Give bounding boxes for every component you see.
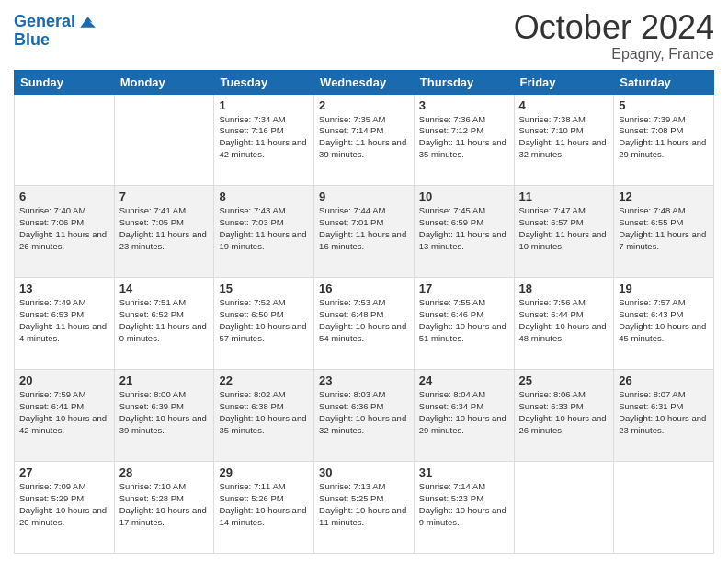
day-number: 18 xyxy=(519,282,609,295)
day-number: 29 xyxy=(219,465,309,479)
day-number: 9 xyxy=(319,190,409,203)
cell-w3-d1: 14Sunrise: 7:51 AMSunset: 6:52 PMDayligh… xyxy=(114,278,214,370)
cell-w5-d1: 28Sunrise: 7:10 AMSunset: 5:28 PMDayligh… xyxy=(114,462,214,554)
day-info: Sunrise: 7:43 AMSunset: 7:03 PMDaylight:… xyxy=(219,205,309,252)
day-info: Sunrise: 8:02 AMSunset: 6:38 PMDaylight:… xyxy=(219,389,309,436)
day-number: 1 xyxy=(219,98,309,112)
day-info: Sunrise: 7:36 AMSunset: 7:12 PMDaylight:… xyxy=(419,114,509,161)
day-info: Sunrise: 7:59 AMSunset: 6:41 PMDaylight:… xyxy=(19,389,109,436)
title-area: October 2024 Epagny, France xyxy=(514,9,714,63)
week-row-2: 6Sunrise: 7:40 AMSunset: 7:06 PMDaylight… xyxy=(15,186,714,278)
day-info: Sunrise: 7:48 AMSunset: 6:55 PMDaylight:… xyxy=(619,205,709,252)
day-number: 6 xyxy=(19,190,109,203)
cell-w2-d6: 12Sunrise: 7:48 AMSunset: 6:55 PMDayligh… xyxy=(614,186,714,278)
cell-w3-d5: 18Sunrise: 7:56 AMSunset: 6:44 PMDayligh… xyxy=(514,278,614,370)
cell-w3-d6: 19Sunrise: 7:57 AMSunset: 6:43 PMDayligh… xyxy=(614,278,714,370)
day-info: Sunrise: 7:10 AMSunset: 5:28 PMDaylight:… xyxy=(119,481,210,528)
day-number: 2 xyxy=(319,98,409,112)
cell-w1-d5: 4Sunrise: 7:38 AMSunset: 7:10 PMDaylight… xyxy=(514,94,614,186)
day-number: 20 xyxy=(19,373,109,387)
cell-w4-d1: 21Sunrise: 8:00 AMSunset: 6:39 PMDayligh… xyxy=(114,370,214,462)
day-info: Sunrise: 7:14 AMSunset: 5:23 PMDaylight:… xyxy=(419,481,509,528)
day-number: 4 xyxy=(519,98,609,112)
cell-w2-d3: 9Sunrise: 7:44 AMSunset: 7:01 PMDaylight… xyxy=(314,186,415,278)
day-info: Sunrise: 7:13 AMSunset: 5:25 PMDaylight:… xyxy=(319,481,409,528)
cell-w5-d0: 27Sunrise: 7:09 AMSunset: 5:29 PMDayligh… xyxy=(15,462,115,554)
day-number: 8 xyxy=(219,190,309,203)
day-info: Sunrise: 7:55 AMSunset: 6:46 PMDaylight:… xyxy=(419,297,509,344)
cell-w3-d3: 16Sunrise: 7:53 AMSunset: 6:48 PMDayligh… xyxy=(314,278,415,370)
cell-w4-d5: 25Sunrise: 8:06 AMSunset: 6:33 PMDayligh… xyxy=(514,370,614,462)
day-info: Sunrise: 7:39 AMSunset: 7:08 PMDaylight:… xyxy=(619,114,709,161)
cell-w1-d0 xyxy=(15,94,115,186)
day-info: Sunrise: 7:11 AMSunset: 5:26 PMDaylight:… xyxy=(219,481,309,528)
cell-w4-d0: 20Sunrise: 7:59 AMSunset: 6:41 PMDayligh… xyxy=(15,370,115,462)
col-sunday: Sunday xyxy=(15,70,115,94)
day-number: 11 xyxy=(519,190,609,203)
logo: General Blue xyxy=(14,13,96,50)
day-info: Sunrise: 7:44 AMSunset: 7:01 PMDaylight:… xyxy=(319,205,409,252)
col-thursday: Thursday xyxy=(414,70,514,94)
week-row-3: 13Sunrise: 7:49 AMSunset: 6:53 PMDayligh… xyxy=(15,278,714,370)
day-info: Sunrise: 7:34 AMSunset: 7:16 PMDaylight:… xyxy=(219,114,309,161)
logo-blue: Blue xyxy=(14,31,96,50)
day-info: Sunrise: 7:57 AMSunset: 6:43 PMDaylight:… xyxy=(619,297,709,344)
day-number: 12 xyxy=(619,190,709,203)
day-number: 7 xyxy=(119,190,210,203)
cell-w4-d3: 23Sunrise: 8:03 AMSunset: 6:36 PMDayligh… xyxy=(314,370,415,462)
day-number: 21 xyxy=(119,373,210,387)
col-friday: Friday xyxy=(514,70,614,94)
day-number: 25 xyxy=(519,373,609,387)
day-info: Sunrise: 7:45 AMSunset: 6:59 PMDaylight:… xyxy=(419,205,509,252)
col-monday: Monday xyxy=(114,70,214,94)
day-number: 30 xyxy=(319,465,409,479)
cell-w5-d6 xyxy=(614,462,714,554)
day-info: Sunrise: 7:35 AMSunset: 7:14 PMDaylight:… xyxy=(319,114,409,161)
cell-w4-d6: 26Sunrise: 8:07 AMSunset: 6:31 PMDayligh… xyxy=(614,370,714,462)
day-info: Sunrise: 7:38 AMSunset: 7:10 PMDaylight:… xyxy=(519,114,609,161)
col-wednesday: Wednesday xyxy=(314,70,415,94)
day-info: Sunrise: 7:49 AMSunset: 6:53 PMDaylight:… xyxy=(19,297,109,344)
cell-w1-d3: 2Sunrise: 7:35 AMSunset: 7:14 PMDaylight… xyxy=(314,94,415,186)
day-info: Sunrise: 7:47 AMSunset: 6:57 PMDaylight:… xyxy=(519,205,609,252)
day-number: 19 xyxy=(619,282,709,295)
cell-w5-d3: 30Sunrise: 7:13 AMSunset: 5:25 PMDayligh… xyxy=(314,462,415,554)
cell-w1-d2: 1Sunrise: 7:34 AMSunset: 7:16 PMDaylight… xyxy=(214,94,314,186)
location: Epagny, France xyxy=(514,46,714,63)
week-row-5: 27Sunrise: 7:09 AMSunset: 5:29 PMDayligh… xyxy=(15,462,714,554)
day-info: Sunrise: 7:40 AMSunset: 7:06 PMDaylight:… xyxy=(19,205,109,252)
day-info: Sunrise: 7:52 AMSunset: 6:50 PMDaylight:… xyxy=(219,297,309,344)
day-info: Sunrise: 7:56 AMSunset: 6:44 PMDaylight:… xyxy=(519,297,609,344)
cell-w3-d2: 15Sunrise: 7:52 AMSunset: 6:50 PMDayligh… xyxy=(214,278,314,370)
day-info: Sunrise: 8:07 AMSunset: 6:31 PMDaylight:… xyxy=(619,389,709,436)
svg-marker-0 xyxy=(80,17,96,28)
day-number: 24 xyxy=(419,373,509,387)
logo-icon xyxy=(77,13,96,31)
day-info: Sunrise: 7:51 AMSunset: 6:52 PMDaylight:… xyxy=(119,297,210,344)
day-number: 15 xyxy=(219,282,309,295)
day-number: 16 xyxy=(319,282,409,295)
cell-w1-d1 xyxy=(114,94,214,186)
day-number: 22 xyxy=(219,373,309,387)
day-info: Sunrise: 8:06 AMSunset: 6:33 PMDaylight:… xyxy=(519,389,609,436)
cell-w1-d4: 3Sunrise: 7:36 AMSunset: 7:12 PMDaylight… xyxy=(414,94,514,186)
day-info: Sunrise: 8:00 AMSunset: 6:39 PMDaylight:… xyxy=(119,389,210,436)
cell-w3-d0: 13Sunrise: 7:49 AMSunset: 6:53 PMDayligh… xyxy=(15,278,115,370)
day-info: Sunrise: 8:03 AMSunset: 6:36 PMDaylight:… xyxy=(319,389,409,436)
cell-w5-d2: 29Sunrise: 7:11 AMSunset: 5:26 PMDayligh… xyxy=(214,462,314,554)
cell-w2-d2: 8Sunrise: 7:43 AMSunset: 7:03 PMDaylight… xyxy=(214,186,314,278)
cell-w2-d1: 7Sunrise: 7:41 AMSunset: 7:05 PMDaylight… xyxy=(114,186,214,278)
cell-w2-d5: 11Sunrise: 7:47 AMSunset: 6:57 PMDayligh… xyxy=(514,186,614,278)
day-info: Sunrise: 7:41 AMSunset: 7:05 PMDaylight:… xyxy=(119,205,210,252)
day-number: 14 xyxy=(119,282,210,295)
logo-text: General xyxy=(14,13,75,31)
col-saturday: Saturday xyxy=(614,70,714,94)
col-tuesday: Tuesday xyxy=(214,70,314,94)
cell-w3-d4: 17Sunrise: 7:55 AMSunset: 6:46 PMDayligh… xyxy=(414,278,514,370)
month-title: October 2024 xyxy=(514,9,714,46)
day-info: Sunrise: 7:09 AMSunset: 5:29 PMDaylight:… xyxy=(19,481,109,528)
day-number: 23 xyxy=(319,373,409,387)
calendar: Sunday Monday Tuesday Wednesday Thursday… xyxy=(14,70,714,554)
header: General Blue October 2024 Epagny, France xyxy=(14,9,714,63)
week-row-4: 20Sunrise: 7:59 AMSunset: 6:41 PMDayligh… xyxy=(15,370,714,462)
